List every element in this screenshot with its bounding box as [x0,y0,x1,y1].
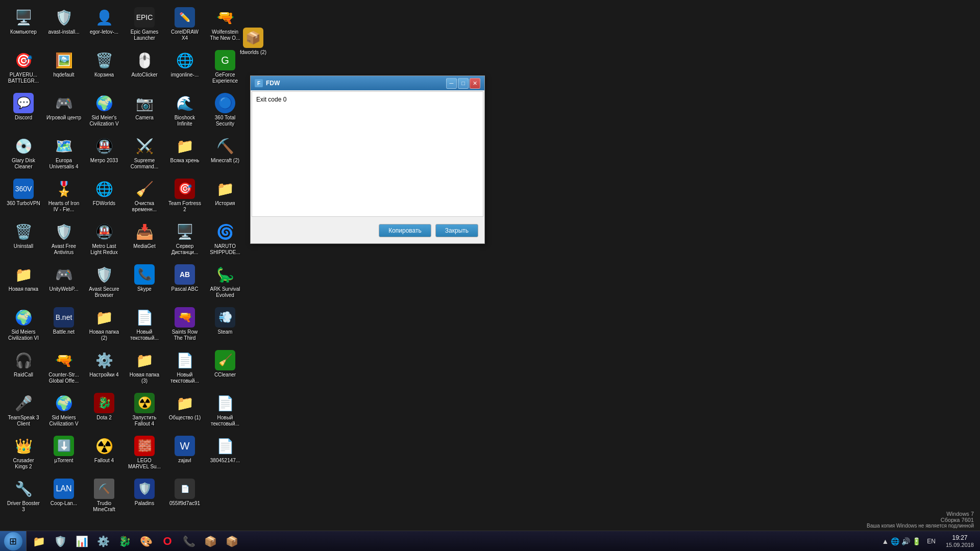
icon-mediaget[interactable]: 📥 MediaGet [126,219,163,260]
fdw-close-button[interactable]: ✕ [470,78,480,89]
icon-uninstall[interactable]: 🗑️ Uninstall [5,219,42,260]
icon-civv[interactable]: 🌍 Sid Meier's Civilization V [86,91,122,132]
fdw-minimize-button[interactable]: ─ [446,78,457,89]
icon-trudio[interactable]: ⛏️ Trudio MineCraft [86,477,122,517]
icon-saintsrow[interactable]: 🔫 Saints Row The Third [166,305,203,346]
icon-360security[interactable]: 🔵 360 Total Security [207,91,243,132]
icon-igrovoy[interactable]: 🎮 Игровой центр [45,91,82,132]
tray-network[interactable]: 🌐 [891,537,899,545]
icon-vsyakhreni[interactable]: 📁 Всяка хрень [166,134,203,174]
taskbar-right: ▲ 🌐 🔊 🔋 EN 19:27 15.09.2018 [879,531,980,552]
icon-legomarvels[interactable]: 🧱 LEGO MARVEL Su... [126,434,163,474]
icon-battlenet[interactable]: B.net Battle.net [45,305,82,346]
icon-europa[interactable]: 🗺️ Europa Universalis 4 [45,134,82,174]
icon-metrolast[interactable]: 🚇 Metro Last Light Redux [86,219,122,260]
icon-paladins[interactable]: 🛡️ Paladins [126,477,163,517]
icon-avastsecure[interactable]: 🛡️ Avast Secure Browser [86,262,122,303]
icon-epic[interactable]: EPIC Epic Games Launcher [126,5,163,46]
icon-fallout4launch[interactable]: ☢️ Запустить Fallout 4 [126,391,163,432]
icon-ccleaner[interactable]: 🧹 CCleaner [207,348,243,389]
icon-istoriya[interactable]: 📁 История [207,177,243,217]
taskbar-dota[interactable]: 🐉 [114,532,135,550]
icon-raidcall[interactable]: 🎧 RaidCall [5,348,42,389]
system-tray: ▲ 🌐 🔊 🔋 [879,537,923,545]
icon-komputer[interactable]: 🖥️ Компьютер [5,5,42,46]
icon-hashfile[interactable]: 📄 055lf9d7ac91 [166,477,203,517]
clock-date: 15.09.2018 [946,542,974,548]
fdw-maximize-button[interactable]: □ [458,78,469,89]
icon-skype[interactable]: 📞 Skype [126,262,163,303]
icon-korzina[interactable]: 🗑️ Корзина [86,48,122,89]
icon-autoclicker[interactable]: 🖱️ AutoClicker [126,48,163,89]
icon-avastfree[interactable]: 🛡️ Avast Free Antivirus [45,219,82,260]
taskbar-avast[interactable]: 🛡️ [50,532,70,550]
icon-hqdefault[interactable]: 🖼️ hqdefault [45,48,82,89]
fdw-copy-button[interactable]: Копировать [379,224,431,237]
taskbar-settings[interactable]: ⚙️ [93,532,113,550]
desktop-icons-grid: 🖥️ Компьютер 🛡️ avast-install... 👤 egor-… [0,0,235,485]
icon-ochistka[interactable]: 🧹 Очистка временн... [126,177,163,217]
icon-novayapapka2[interactable]: 📁 Новая папка (2) [86,305,122,346]
icon-dota2[interactable]: 🐉 Dota 2 [86,391,122,432]
icon-heartsofiron[interactable]: 🎖️ Hearts of Iron IV - Fie... [45,177,82,217]
taskbar-barchart[interactable]: 📊 [71,532,92,550]
tray-volume[interactable]: 🔊 [901,537,910,545]
taskbar-paint[interactable]: 🎨 [136,532,156,550]
icon-zajavl[interactable]: W zajavl [166,434,203,474]
fdw-close-btn[interactable]: Закрыть [435,224,478,237]
taskbar-opera[interactable]: O [157,532,178,550]
icon-novytextovyi3[interactable]: 📄 Новый текстовый... [207,391,243,432]
icon-novytextovyi[interactable]: 📄 Новый текстовый... [126,305,163,346]
icon-coreldraw[interactable]: ✏️ CorelDRAW X4 [166,5,203,46]
fdw-titlebar[interactable]: F FDW ─ □ ✕ [251,76,484,90]
icon-utorrent[interactable]: ⬇️ µTorrent [45,434,82,474]
icon-bioshock[interactable]: 🌊 Bioshock Infinite [166,91,203,132]
icon-teamfortress[interactable]: 🎯 Team Fortress 2 [166,177,203,217]
icon-minecraft2[interactable]: ⛏️ Minecraft (2) [207,134,243,174]
icon-unityweb[interactable]: 🎮 UnityWebP... [45,262,82,303]
icon-server[interactable]: 🖥️ Сервер Дистанци... [166,219,203,260]
icon-obshhestvo[interactable]: 📁 Общество (1) [166,391,203,432]
icon-steam[interactable]: 💨 Steam [207,305,243,346]
icon-driverbooster[interactable]: 🔧 Driver Booster 3 [5,477,42,517]
icon-egor[interactable]: 👤 egor-letov-... [86,5,122,46]
icon-counterstrike[interactable]: 🔫 Counter-Str... Global Offe... [45,348,82,389]
icon-camera[interactable]: 📷 Camera [126,91,163,132]
icon-crusader[interactable]: 👑 Crusader Kings 2 [5,434,42,474]
icon-fdworlds-desktop[interactable]: 🌐 FDWorlds [86,177,122,217]
taskbar-skype[interactable]: 📞 [179,532,199,550]
icon-imgonline[interactable]: 🌐 imgonline-... [166,48,203,89]
icon-nastroyki[interactable]: ⚙️ Настройки 4 [86,348,122,389]
taskbar-box1[interactable]: 📦 [200,532,220,550]
fdw-window: F FDW ─ □ ✕ Exit code 0 Копировать Закры… [250,76,485,244]
start-button[interactable]: ⊞ [0,531,27,552]
icon-380452147[interactable]: 📄 380452147... [207,434,243,474]
tray-arrow[interactable]: ▲ [881,537,889,545]
taskbar-explorer[interactable]: 📁 [29,532,49,550]
taskbar-box2[interactable]: 📦 [222,532,242,550]
icon-discord[interactable]: 💬 Discord [5,91,42,132]
icon-civv2[interactable]: 🌍 Sid Meiers Civilization V [45,391,82,432]
icon-naruto[interactable]: 🌀 NARUTO SHIPPUDE... [207,219,243,260]
icon-teamspeak[interactable]: 🎤 TeamSpeak 3 Client [5,391,42,432]
taskbar-clock[interactable]: 19:27 15.09.2018 [940,534,980,549]
icon-ark[interactable]: 🦕 ARK Survival Evolved [207,262,243,303]
tray-power[interactable]: 🔋 [912,537,921,545]
fdw-exit-code: Exit code 0 [256,96,286,103]
icon-360turbovpn[interactable]: 360V 360 TurboVPN [5,177,42,217]
icon-supreme[interactable]: ⚔️ Supreme Command... [126,134,163,174]
icon-novytextovyi2[interactable]: 📄 Новый текстовый... [166,348,203,389]
icon-cooplaner[interactable]: LAN Coop-Lan... [45,477,82,517]
taskbar-language[interactable]: EN [923,538,940,545]
desktop: 🖥️ Компьютер 🛡️ avast-install... 👤 egor-… [0,0,980,551]
icon-metro2033[interactable]: 🚇 Метро 2033 [86,134,122,174]
icon-fdworlds2[interactable]: 📦 fdworlds (2) [235,26,272,58]
icon-pubg[interactable]: 🎯 PLAYERU... BATTLEGR... [5,48,42,89]
icon-avast[interactable]: 🛡️ avast-install... [45,5,82,46]
icon-pascal[interactable]: AB Pascal ABC [166,262,203,303]
icon-fallout4[interactable]: ☢️ Fallout 4 [86,434,122,474]
icon-novayapapka3[interactable]: 📁 Новая папка (3) [126,348,163,389]
icon-civvi[interactable]: 🌍 Sid Meiers Civilization VI [5,305,42,346]
icon-glarydisk[interactable]: 💿 Glary Disk Cleaner [5,134,42,174]
icon-novayapapka[interactable]: 📁 Новая папка [5,262,42,303]
